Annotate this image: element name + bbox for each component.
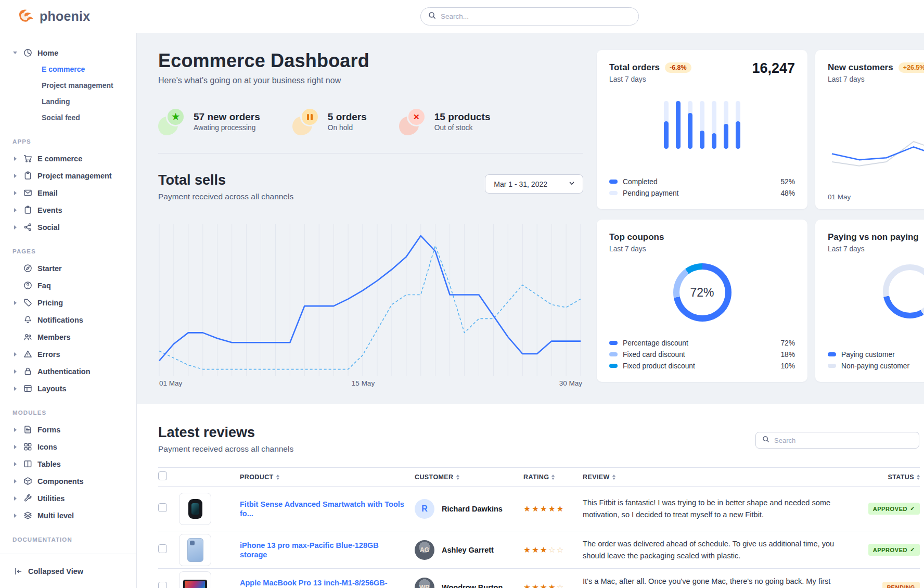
caret-right-icon xyxy=(14,369,17,374)
new-customers-x-label: 01 May xyxy=(828,193,851,201)
order-bar xyxy=(676,101,681,149)
latest-reviews-subtitle: Payment received across all channels xyxy=(158,444,293,454)
sort-icon xyxy=(612,475,615,480)
sidebar-item-email[interactable]: Email xyxy=(12,184,136,201)
customer-avatar[interactable]: R xyxy=(415,499,434,519)
sidebar-item-notifications[interactable]: Notifications xyxy=(12,311,136,328)
collapse-sidebar-button[interactable]: Collapsed View xyxy=(14,567,83,576)
review-text: It's a Mac, after all. Once you've gone … xyxy=(583,576,853,588)
rating-stars: ★★★★★ xyxy=(523,504,583,514)
column-header-customer[interactable]: CUSTOMER xyxy=(415,474,523,481)
legend-swatch xyxy=(609,180,618,184)
sidebar-item-social[interactable]: Social xyxy=(12,219,136,236)
sidebar-item-landing[interactable]: Landing xyxy=(12,94,136,110)
sidebar-item-errors[interactable]: Errors xyxy=(12,346,136,363)
product-link[interactable]: iPhone 13 pro max-Pacific Blue-128GB sto… xyxy=(240,541,379,559)
product-thumbnail[interactable] xyxy=(179,493,211,525)
paying-donut-chart xyxy=(883,264,924,318)
sidebar-item-tables[interactable]: Tables xyxy=(12,455,136,472)
top-coupons-card-title: Top coupons xyxy=(609,232,664,242)
customer-avatar[interactable]: AG xyxy=(415,540,434,560)
product-link[interactable]: Fitbit Sense Advanced Smartwatch with To… xyxy=(240,500,404,518)
total-orders-card-title: Total orders xyxy=(609,62,660,73)
legend-row: Completed 52% xyxy=(609,176,795,187)
row-checkbox[interactable] xyxy=(158,503,167,512)
legend-swatch xyxy=(828,364,836,368)
sidebar-item-utilities[interactable]: Utilities xyxy=(12,490,136,507)
stat-value: 5 orders xyxy=(328,111,367,123)
sidebar-item-components[interactable]: Components xyxy=(12,472,136,490)
stat-value: 57 new orders xyxy=(194,111,260,123)
sidebar-item-members[interactable]: Members xyxy=(12,328,136,346)
reviews-search[interactable] xyxy=(755,432,919,449)
rating-stars: ★★★★☆ xyxy=(523,583,583,588)
dashboard-top-section: Ecommerce Dashboard Here's what's going … xyxy=(137,33,924,404)
users-icon xyxy=(23,333,32,342)
column-header-product[interactable]: PRODUCT xyxy=(240,474,415,481)
date-range-select[interactable]: Mar 1 - 31, 2022 xyxy=(485,174,583,194)
order-bar xyxy=(700,101,704,149)
sidebar-item-label: Components xyxy=(37,477,84,485)
sidebar-item-faq[interactable]: Faq xyxy=(12,277,136,294)
paying-legend: Paying customer Non-paying customer xyxy=(828,349,924,372)
lock-icon xyxy=(23,367,32,376)
reviews-search-input[interactable] xyxy=(774,437,913,444)
product-link[interactable]: Apple MacBook Pro 13 inch-M1-8/256GB-spa… xyxy=(240,579,388,588)
sidebar-item-authentication[interactable]: Authentication xyxy=(12,363,136,380)
legend-row: Pending payment 48% xyxy=(609,187,795,199)
row-checkbox[interactable] xyxy=(158,544,167,553)
sidebar-item-social-feed[interactable]: Social feed xyxy=(12,110,136,126)
divider xyxy=(158,153,583,154)
sidebar-item-e-commerce[interactable]: E commerce xyxy=(12,150,136,167)
total-orders-change-badge: -6.8% xyxy=(665,62,691,73)
review-text: This Fitbit is fantastic! I was trying t… xyxy=(583,497,853,520)
sidebar-item-label: Errors xyxy=(37,350,60,359)
status-badge: PENDING xyxy=(882,582,920,588)
date-range-value: Mar 1 - 31, 2022 xyxy=(494,180,547,188)
status-badge: APPROVED ✓ xyxy=(868,544,920,556)
sidebar-item-project-management[interactable]: Project management xyxy=(12,167,136,184)
paying-card-title: Paying vs non paying xyxy=(828,232,919,242)
sidebar-item-layouts[interactable]: Layouts xyxy=(12,380,136,397)
legend-swatch xyxy=(609,364,618,368)
sidebar-item-label: Multi level xyxy=(37,512,74,520)
caret-right-icon xyxy=(14,445,17,449)
global-search-input[interactable] xyxy=(441,12,631,20)
donut-center-label: 72% xyxy=(679,270,725,315)
sidebar-item-label: Project management xyxy=(37,172,112,180)
total-orders-card: Total orders -6.8% Last 7 days 16,247 Co… xyxy=(597,50,807,209)
select-all-checkbox[interactable] xyxy=(158,471,167,480)
legend-swatch xyxy=(609,341,618,345)
star-icon: ★ xyxy=(158,107,185,135)
column-header-rating[interactable]: RATING xyxy=(523,474,583,481)
legend-label: Percentage discount xyxy=(623,339,688,347)
top-coupons-legend: Percentage discount 72% Fixed card disco… xyxy=(609,337,795,372)
sidebar-item-home[interactable]: Home xyxy=(12,44,136,61)
x-tick: 01 May xyxy=(159,379,182,387)
product-thumbnail[interactable] xyxy=(179,571,211,588)
sidebar-nav: HomeE commerceProject managementLandingS… xyxy=(0,44,136,543)
sidebar-item-forms[interactable]: Forms xyxy=(12,421,136,438)
row-checkbox[interactable] xyxy=(158,582,167,588)
product-thumbnail[interactable] xyxy=(179,534,211,566)
customer-avatar[interactable]: WB xyxy=(415,578,434,588)
sidebar-item-events[interactable]: Events xyxy=(12,201,136,219)
sidebar-item-icons[interactable]: Icons xyxy=(12,438,136,455)
sidebar-item-pricing[interactable]: Pricing xyxy=(12,294,136,311)
brand-logo[interactable]: phoenix xyxy=(18,8,90,25)
order-bar xyxy=(724,101,728,149)
sidebar-item-label: Social xyxy=(37,223,60,232)
sidebar-item-multi-level[interactable]: Multi level xyxy=(12,507,136,524)
review-table-row: Apple MacBook Pro 13 inch-M1-8/256GB-spa… xyxy=(158,569,920,588)
sidebar-item-label: Home xyxy=(37,49,58,57)
legend-label: Fixed card discount xyxy=(623,351,685,359)
sidebar-item-project-management[interactable]: Project management xyxy=(12,78,136,94)
sidebar-section-label: DOCUMENTATION xyxy=(12,536,136,543)
global-search[interactable] xyxy=(420,7,639,25)
sidebar-item-starter[interactable]: Starter xyxy=(12,260,136,277)
order-bar xyxy=(664,101,669,149)
caret-right-icon xyxy=(14,301,17,305)
column-header-status[interactable]: STATUS xyxy=(853,474,920,481)
column-header-review[interactable]: REVIEW xyxy=(583,474,853,481)
sidebar-item-e-commerce[interactable]: E commerce xyxy=(12,61,136,78)
